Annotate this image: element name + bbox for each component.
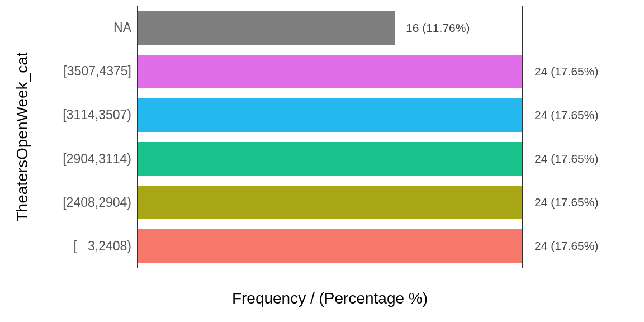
x-axis-title: Frequency / (Percentage %) bbox=[137, 290, 523, 307]
bar bbox=[138, 186, 522, 220]
y-axis-title-wrap: TheatersOpenWeek_cat bbox=[11, 6, 34, 268]
y-tick-labels: NA [3507,4375] [3114,3507) [2904,3114) [… bbox=[34, 6, 137, 268]
bar-slot: 24 (17.65%) bbox=[138, 181, 522, 224]
y-axis-title: TheatersOpenWeek_cat bbox=[13, 53, 31, 222]
bar-slot: 16 (11.76%) bbox=[138, 6, 522, 50]
bar bbox=[138, 98, 522, 132]
bar-value-label: 24 (17.65%) bbox=[534, 108, 598, 122]
bar-value-label: 24 (17.65%) bbox=[534, 196, 598, 209]
bar bbox=[138, 229, 522, 263]
y-tick-label: [2408,2904) bbox=[34, 181, 137, 224]
bar-slot: 24 (17.65%) bbox=[138, 137, 522, 181]
y-tick-label: [2904,3114) bbox=[34, 137, 137, 181]
y-tick-label: [3507,4375] bbox=[34, 49, 137, 93]
bar-value-label: 24 (17.65%) bbox=[534, 65, 598, 78]
bar-value-label: 24 (17.65%) bbox=[534, 239, 598, 253]
y-tick-label: [ 3,2408) bbox=[34, 225, 137, 268]
bar bbox=[138, 142, 522, 176]
chart-container: TheatersOpenWeek_cat NA [3507,4375] [311… bbox=[34, 6, 626, 319]
bars-group: 16 (11.76%) 24 (17.65%) 24 (17.65%) 24 (… bbox=[138, 6, 522, 268]
bar bbox=[138, 55, 522, 89]
bar-slot: 24 (17.65%) bbox=[138, 93, 522, 137]
plot-panel: 16 (11.76%) 24 (17.65%) 24 (17.65%) 24 (… bbox=[137, 6, 523, 268]
bar-slot: 24 (17.65%) bbox=[138, 224, 522, 268]
bar bbox=[138, 11, 395, 45]
bar-slot: 24 (17.65%) bbox=[138, 50, 522, 93]
y-tick-label: NA bbox=[34, 6, 137, 49]
bar-value-label: 16 (11.76%) bbox=[406, 21, 470, 35]
y-tick-label: [3114,3507) bbox=[34, 93, 137, 137]
bar-value-label: 24 (17.65%) bbox=[534, 152, 598, 165]
